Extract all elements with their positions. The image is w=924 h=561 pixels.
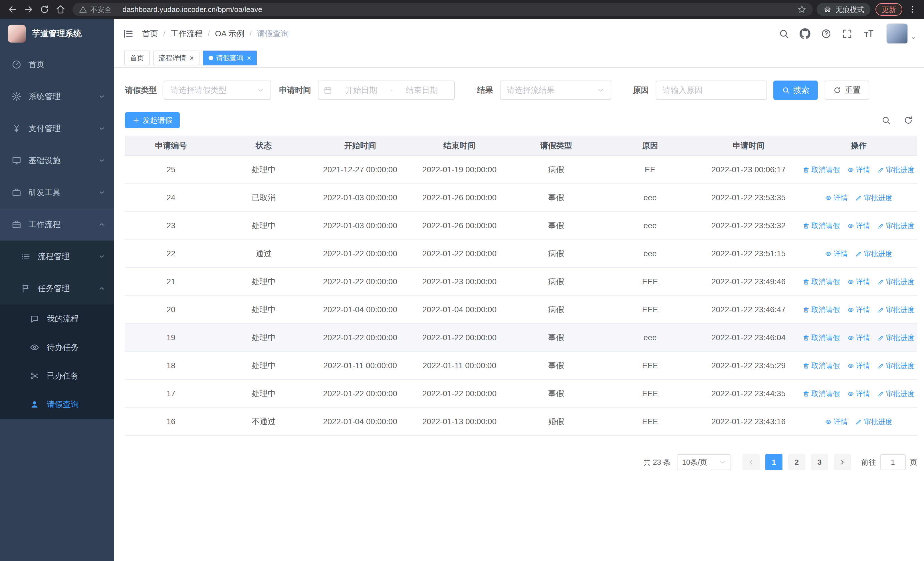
cancel-leave-link[interactable]: 取消请假: [803, 221, 840, 230]
approval-progress-link[interactable]: 审批进度: [878, 389, 915, 399]
breadcrumb-home[interactable]: 首页: [142, 28, 158, 39]
breadcrumb-workflow[interactable]: 工作流程: [171, 28, 202, 39]
page-size-select[interactable]: 10条/页: [677, 454, 731, 470]
approval-progress-link[interactable]: 审批进度: [878, 277, 915, 286]
hide-search-icon-button[interactable]: [881, 116, 891, 125]
cancel-leave-link[interactable]: 取消请假: [803, 277, 840, 286]
approval-progress-link[interactable]: 审批进度: [878, 333, 915, 343]
end-date-input[interactable]: 结束日期: [394, 85, 449, 96]
table-row[interactable]: 21 处理中 2022-01-22 00:00:00 2022-01-23 00…: [125, 268, 917, 296]
browser-home-button[interactable]: [52, 2, 69, 17]
github-icon-button[interactable]: [800, 28, 810, 39]
reset-button[interactable]: 重置: [825, 81, 869, 100]
table-row[interactable]: 19 处理中 2022-01-22 00:00:00 2022-01-22 00…: [125, 323, 917, 352]
table-row[interactable]: 16 不通过 2022-01-04 00:00:00 2022-01-13 00…: [125, 408, 917, 436]
security-label[interactable]: 不安全: [90, 5, 112, 14]
close-icon[interactable]: ×: [247, 54, 251, 62]
logo[interactable]: 芋道管理系统: [0, 19, 114, 48]
search-icon-button[interactable]: [778, 28, 789, 39]
help-icon-button[interactable]: [821, 28, 831, 39]
font-size-icon-button[interactable]: [863, 28, 874, 39]
sidebar-toggle-button[interactable]: [114, 19, 142, 48]
table-row[interactable]: 20 处理中 2022-01-04 00:00:00 2022-01-04 00…: [125, 296, 917, 323]
search-button[interactable]: 搜索: [773, 81, 818, 100]
refresh-icon-button[interactable]: [903, 116, 913, 125]
sidebar-item-todo-tasks[interactable]: 待办任务: [0, 333, 114, 362]
not-secure-warning-icon[interactable]: [79, 5, 87, 14]
tab-process-detail[interactable]: 流程详情 ×: [153, 51, 200, 65]
leave-type-select[interactable]: 请选择请假类型: [164, 81, 271, 100]
approval-progress-link[interactable]: 审批进度: [878, 165, 915, 174]
table-row[interactable]: 17 处理中 2022-01-22 00:00:00 2022-01-22 00…: [125, 380, 917, 408]
tab-leave-query[interactable]: 请假查询 ×: [203, 51, 257, 65]
detail-link[interactable]: 详情: [825, 417, 848, 426]
approval-progress-link[interactable]: 审批进度: [878, 305, 915, 314]
sidebar-item-done-tasks[interactable]: 已办任务: [0, 362, 114, 390]
detail-link[interactable]: 详情: [847, 305, 870, 314]
actions-cell: 详情 审批进度: [800, 183, 917, 212]
cancel-leave-link[interactable]: 取消请假: [803, 361, 840, 370]
sidebar-item-leave-query[interactable]: 请假查询: [0, 390, 114, 419]
tab-home[interactable]: 首页: [124, 51, 150, 65]
result-select[interactable]: 请选择流结果: [500, 81, 611, 100]
table-row[interactable]: 25 处理中 2021-12-27 00:00:00 2022-01-19 00…: [125, 156, 917, 183]
table-row[interactable]: 23 处理中 2022-01-03 00:00:00 2022-01-26 00…: [125, 212, 917, 240]
page-3-button[interactable]: 3: [811, 454, 828, 470]
sidebar-item-task-management[interactable]: 任务管理: [0, 272, 114, 304]
cancel-leave-link[interactable]: 取消请假: [803, 305, 840, 314]
table-row[interactable]: 18 处理中 2022-01-11 00:00:00 2022-01-11 00…: [125, 352, 917, 380]
page-1-button[interactable]: 1: [765, 454, 783, 470]
detail-link[interactable]: 详情: [847, 277, 870, 286]
next-page-button[interactable]: [834, 454, 851, 470]
sidebar-item-workflow[interactable]: 工作流程: [0, 209, 114, 241]
cancel-leave-link[interactable]: 取消请假: [803, 165, 840, 174]
sidebar-item-my-process[interactable]: 我的流程: [0, 304, 114, 333]
apply-time-range-picker[interactable]: 开始日期 - 结束日期: [318, 81, 455, 100]
page-2-button[interactable]: 2: [788, 454, 805, 470]
sidebar-item-process-management[interactable]: 流程管理: [0, 241, 114, 272]
apply-time-cell: 2022-01-22 23:46:04: [697, 323, 800, 352]
detail-link[interactable]: 详情: [847, 361, 870, 370]
sidebar-item-dev-tools[interactable]: 研发工具: [0, 176, 114, 209]
sidebar-item-infrastructure[interactable]: 基础设施: [0, 144, 114, 176]
detail-link[interactable]: 详情: [847, 389, 870, 399]
approval-progress-link[interactable]: 审批进度: [855, 193, 892, 203]
leave-type-cell: 婚假: [509, 408, 603, 436]
browser-reload-button[interactable]: [36, 2, 52, 17]
breadcrumb-oa-example[interactable]: OA 示例: [215, 28, 244, 39]
approval-progress-link[interactable]: 审批进度: [855, 417, 892, 426]
cancel-leave-link[interactable]: 取消请假: [803, 389, 840, 399]
goto-page-input[interactable]: [880, 454, 906, 470]
approval-progress-link[interactable]: 审批进度: [878, 361, 915, 370]
approval-progress-link[interactable]: 审批进度: [855, 249, 892, 259]
sidebar-item-home[interactable]: 首页: [0, 48, 114, 81]
bookmark-star-icon[interactable]: [797, 5, 806, 14]
table-row[interactable]: 24 已取消 2022-01-03 00:00:00 2022-01-26 00…: [125, 183, 917, 212]
table-row[interactable]: 22 通过 2022-01-22 00:00:00 2022-01-22 00:…: [125, 240, 917, 268]
detail-link[interactable]: 详情: [825, 193, 848, 203]
browser-back-button[interactable]: [4, 2, 21, 17]
application-id-cell: 18: [125, 352, 217, 380]
avatar[interactable]: [886, 23, 908, 44]
apply-time-label: 申请时间: [279, 85, 311, 96]
detail-link[interactable]: 详情: [847, 333, 870, 343]
prev-page-button[interactable]: [742, 454, 760, 470]
address-bar[interactable]: 不安全 dashboard.yudao.iocoder.cn/bpm/oa/le…: [72, 3, 813, 16]
detail-link[interactable]: 详情: [847, 221, 870, 230]
sidebar-item-system[interactable]: 系统管理: [0, 81, 114, 113]
start-date-input[interactable]: 开始日期: [334, 85, 388, 96]
approval-progress-link[interactable]: 审批进度: [878, 221, 915, 230]
detail-link[interactable]: 详情: [847, 165, 870, 174]
user-menu[interactable]: [886, 23, 916, 44]
browser-menu-button[interactable]: [906, 3, 920, 16]
create-leave-button[interactable]: 发起请假: [125, 112, 180, 128]
close-icon[interactable]: ×: [189, 54, 194, 62]
url-text[interactable]: dashboard.yudao.iocoder.cn/bpm/oa/leave: [122, 5, 797, 14]
detail-link[interactable]: 详情: [825, 249, 848, 259]
fullscreen-icon-button[interactable]: [842, 28, 853, 39]
browser-forward-button[interactable]: [21, 2, 36, 17]
sidebar-item-payment[interactable]: 支付管理: [0, 113, 114, 144]
reason-input[interactable]: [656, 81, 767, 100]
update-button[interactable]: 更新: [876, 3, 902, 16]
cancel-leave-link[interactable]: 取消请假: [803, 333, 840, 343]
